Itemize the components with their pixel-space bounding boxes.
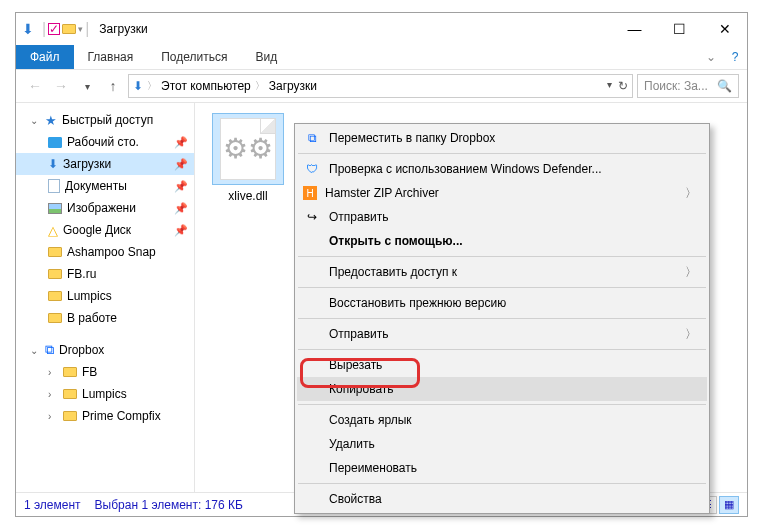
separator — [298, 318, 706, 319]
file-name: xlive.dll — [205, 189, 291, 203]
tree-label: Dropbox — [59, 343, 104, 357]
tree-label: Загрузки — [63, 157, 111, 171]
chevron-right-icon: 〉 — [685, 264, 697, 281]
cm-sendto[interactable]: ↪Отправить — [297, 205, 707, 229]
hamster-icon: H — [303, 186, 317, 200]
pin-icon: 📌 — [174, 180, 188, 193]
down-arrow-icon[interactable]: ⬇ — [22, 21, 34, 37]
breadcrumb[interactable]: ⬇ 〉 Этот компьютер 〉 Загрузки ▾ ↻ — [128, 74, 633, 98]
tree-documents[interactable]: Документы📌 — [16, 175, 194, 197]
cm-shortcut[interactable]: Создать ярлык — [297, 408, 707, 432]
breadcrumb-root[interactable]: Этот компьютер — [161, 79, 251, 93]
cm-grantaccess[interactable]: Предоставить доступ к〉 — [297, 260, 707, 284]
share-icon: ↪ — [303, 210, 321, 224]
cm-hamster[interactable]: HHamster ZIP Archiver〉 — [297, 181, 707, 205]
status-item-count: 1 элемент — [24, 498, 81, 512]
tree-label: FB — [82, 365, 97, 379]
tree-lumpics[interactable]: Lumpics — [16, 285, 194, 307]
tree-label: Lumpics — [67, 289, 112, 303]
folder-icon — [48, 247, 62, 257]
tree-quick-access[interactable]: ⌄★Быстрый доступ — [16, 109, 194, 131]
folder-icon — [63, 411, 77, 421]
download-icon: ⬇ — [48, 157, 58, 171]
tree-lumpics2[interactable]: ›Lumpics — [16, 383, 194, 405]
tab-file[interactable]: Файл — [16, 45, 74, 69]
tree-primecompfix[interactable]: ›Prime Compfix — [16, 405, 194, 427]
cm-openwith[interactable]: Открыть с помощью... — [297, 229, 707, 253]
minimize-button[interactable]: — — [612, 14, 657, 44]
tree-pictures[interactable]: Изображени📌 — [16, 197, 194, 219]
pin-icon: 📌 — [174, 202, 188, 215]
tab-home[interactable]: Главная — [74, 45, 148, 69]
folder-icon — [62, 24, 76, 34]
tree-label: Google Диск — [63, 223, 131, 237]
tree-label: Ashampoo Snap — [67, 245, 156, 259]
file-item[interactable]: ⚙⚙ xlive.dll — [205, 113, 291, 203]
tree-fb[interactable]: ›FB — [16, 361, 194, 383]
back-button[interactable]: ← — [24, 75, 46, 97]
dropbox-icon: ⧉ — [303, 131, 321, 145]
up-button[interactable]: ↑ — [102, 75, 124, 97]
cm-cut[interactable]: Вырезать — [297, 353, 707, 377]
status-selection: Выбран 1 элемент: 176 КБ — [95, 498, 243, 512]
cm-copy[interactable]: Копировать — [297, 377, 707, 401]
tree-ashampoo[interactable]: Ashampoo Snap — [16, 241, 194, 263]
tree-label: В работе — [67, 311, 117, 325]
tab-view[interactable]: Вид — [241, 45, 291, 69]
view-icons-button[interactable]: ▦ — [719, 496, 739, 514]
dropbox-icon: ⧉ — [45, 342, 54, 358]
down-arrow-icon: ⬇ — [133, 79, 143, 93]
cm-sendto2[interactable]: Отправить〉 — [297, 322, 707, 346]
chevron-icon: 〉 — [147, 79, 157, 93]
navigation-pane: ⌄★Быстрый доступ Рабочий сто.📌 ⬇Загрузки… — [16, 103, 195, 492]
context-menu: ⧉Переместить в папку Dropbox 🛡Проверка с… — [294, 123, 710, 514]
separator — [298, 349, 706, 350]
window-title: Загрузки — [99, 22, 147, 36]
tree-dropbox[interactable]: ⌄⧉Dropbox — [16, 339, 194, 361]
tree-desktop[interactable]: Рабочий сто.📌 — [16, 131, 194, 153]
search-input[interactable]: Поиск: За... 🔍 — [637, 74, 739, 98]
cm-rename[interactable]: Переименовать — [297, 456, 707, 480]
cm-restore[interactable]: Восстановить прежнюю версию — [297, 291, 707, 315]
search-placeholder: Поиск: За... — [644, 79, 708, 93]
tree-downloads[interactable]: ⬇Загрузки📌 — [16, 153, 194, 175]
tree-fbru[interactable]: FB.ru — [16, 263, 194, 285]
maximize-button[interactable]: ☐ — [657, 14, 702, 44]
tree-gdrive[interactable]: △Google Диск📌 — [16, 219, 194, 241]
desktop-icon — [48, 137, 62, 148]
refresh-icon[interactable]: ↻ — [618, 79, 628, 93]
checkbox-icon[interactable]: ✓ — [48, 23, 60, 35]
tab-share[interactable]: Поделиться — [147, 45, 241, 69]
gears-icon: ⚙⚙ — [223, 135, 273, 163]
breadcrumb-current[interactable]: Загрузки — [269, 79, 317, 93]
cm-dropbox[interactable]: ⧉Переместить в папку Dropbox — [297, 126, 707, 150]
qat-overflow[interactable]: ▾ — [78, 24, 83, 34]
dropdown-icon[interactable]: ▾ — [607, 79, 612, 93]
chevron-right-icon: 〉 — [685, 185, 697, 202]
separator — [298, 483, 706, 484]
separator — [298, 256, 706, 257]
pictures-icon — [48, 203, 62, 214]
separator — [298, 153, 706, 154]
help-icon[interactable]: ? — [723, 45, 747, 69]
search-icon: 🔍 — [717, 79, 732, 93]
cm-defender[interactable]: 🛡Проверка с использованием Windows Defen… — [297, 157, 707, 181]
address-bar: ← → ▾ ↑ ⬇ 〉 Этот компьютер 〉 Загрузки ▾ … — [16, 70, 747, 103]
close-button[interactable]: ✕ — [702, 14, 747, 44]
titlebar: ⬇ | ✓ ▾ | Загрузки — ☐ ✕ — [16, 13, 747, 45]
ribbon-expand-icon[interactable]: ⌄ — [699, 45, 723, 69]
separator — [298, 287, 706, 288]
chevron-icon: 〉 — [255, 79, 265, 93]
folder-icon — [48, 291, 62, 301]
tree-label: Изображени — [67, 201, 136, 215]
ribbon: Файл Главная Поделиться Вид ⌄ ? — [16, 45, 747, 70]
folder-icon — [48, 313, 62, 323]
recent-dropdown[interactable]: ▾ — [76, 75, 98, 97]
defender-icon: 🛡 — [303, 162, 321, 176]
tree-vrabote[interactable]: В работе — [16, 307, 194, 329]
tree-label: Рабочий сто. — [67, 135, 139, 149]
forward-button[interactable]: → — [50, 75, 72, 97]
cm-properties[interactable]: Свойства — [297, 487, 707, 511]
folder-icon — [63, 367, 77, 377]
cm-delete[interactable]: Удалить — [297, 432, 707, 456]
